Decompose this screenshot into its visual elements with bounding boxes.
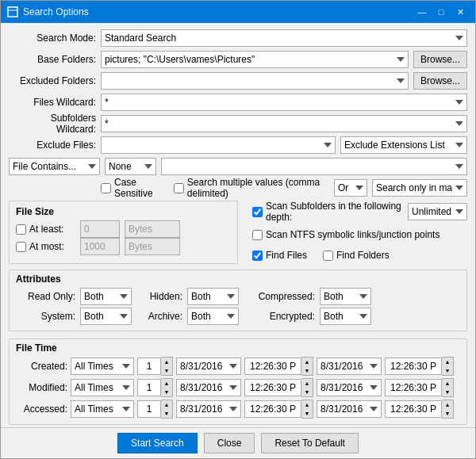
- accessed-time1-up-button[interactable]: ▲: [301, 400, 313, 409]
- created-time2-down-button[interactable]: ▼: [442, 366, 453, 375]
- created-time1-input[interactable]: [244, 358, 301, 375]
- case-sensitive-label-text: Case Sensitive: [114, 177, 163, 199]
- search-multiple-checkbox-label[interactable]: Search multiple values (comma delimited): [174, 177, 326, 199]
- files-wildcard-select[interactable]: *: [101, 94, 467, 111]
- base-folders-select[interactable]: pictures; "C:\Users\vames\Pictures": [101, 51, 409, 68]
- created-label: Created:: [16, 361, 67, 372]
- case-sensitive-row: Case Sensitive Search multiple values (c…: [9, 179, 467, 197]
- accessed-num-up-button[interactable]: ▲: [161, 400, 172, 409]
- created-num-input[interactable]: [137, 358, 161, 375]
- subfolders-wildcard-select[interactable]: *: [101, 115, 467, 132]
- close-button[interactable]: Close: [204, 433, 255, 453]
- none-select[interactable]: None: [105, 158, 156, 175]
- window-title: Search Options: [23, 6, 413, 17]
- find-files-label-text: Find Files: [266, 250, 307, 261]
- encrypted-select[interactable]: BothYesNo: [320, 308, 371, 325]
- created-num-down-button[interactable]: ▼: [161, 366, 172, 375]
- excluded-folders-browse-button[interactable]: Browse...: [413, 72, 467, 90]
- window-icon: [7, 6, 18, 17]
- modified-time-select[interactable]: All TimesTodayCustom: [71, 379, 134, 396]
- created-time2-input[interactable]: [385, 358, 442, 375]
- exclude-ext-list-select[interactable]: Exclude Extensions List: [340, 136, 467, 154]
- modified-num-input[interactable]: [137, 379, 161, 396]
- created-date2-select[interactable]: 8/31/2016: [317, 358, 382, 375]
- modified-time2-down-button[interactable]: ▼: [442, 388, 453, 396]
- accessed-time2-spinner: ▲ ▼: [385, 400, 454, 419]
- or-select[interactable]: Or And: [334, 179, 367, 197]
- scan-ntfs-checkbox[interactable]: [252, 230, 263, 240]
- hidden-select[interactable]: BothYesNo: [187, 288, 239, 305]
- at-least-label-text: At least:: [29, 224, 63, 235]
- find-folders-checkbox-label[interactable]: Find Folders: [323, 250, 390, 261]
- created-time-select[interactable]: All TimesTodayCustom: [71, 358, 134, 375]
- case-sensitive-checkbox[interactable]: [101, 183, 111, 193]
- at-most-input[interactable]: [80, 238, 120, 255]
- at-least-input[interactable]: [80, 220, 120, 238]
- accessed-time1-down-button[interactable]: ▼: [301, 409, 313, 418]
- maximize-button[interactable]: □: [432, 5, 450, 19]
- archive-select[interactable]: BothYesNo: [187, 308, 239, 325]
- modified-num-up-button[interactable]: ▲: [161, 379, 172, 388]
- search-mode-select[interactable]: Standard Search Regular Expression Fuzzy…: [101, 29, 467, 47]
- file-contains-select[interactable]: File Contains...: [9, 158, 100, 175]
- accessed-time2-up-button[interactable]: ▲: [442, 400, 453, 409]
- created-time1-down-button[interactable]: ▼: [301, 366, 313, 375]
- at-most-checkbox[interactable]: [16, 242, 26, 252]
- accessed-num-input[interactable]: [137, 400, 161, 418]
- minimize-button[interactable]: —: [413, 5, 431, 19]
- modified-time2-up-button[interactable]: ▲: [442, 379, 453, 388]
- created-time1-up-button[interactable]: ▲: [301, 358, 313, 366]
- base-folders-browse-button[interactable]: Browse...: [413, 51, 467, 68]
- search-options-window: Search Options — □ ✕ Search Mode: Standa…: [0, 0, 476, 459]
- at-most-checkbox-label[interactable]: At most:: [16, 241, 75, 252]
- reset-to-default-button[interactable]: Reset To Default: [261, 433, 359, 453]
- modified-date1-select[interactable]: 8/31/2016: [176, 379, 241, 396]
- accessed-time2-down-button[interactable]: ▼: [442, 409, 453, 418]
- modified-num-down-button[interactable]: ▼: [161, 388, 172, 396]
- scan-ntfs-checkbox-label[interactable]: Scan NTFS symbolic links/junction points: [252, 229, 440, 240]
- file-contains-text-select[interactable]: [161, 158, 467, 175]
- accessed-date2-select[interactable]: 8/31/2016: [317, 400, 382, 418]
- close-window-button[interactable]: ✕: [451, 5, 469, 19]
- hidden-label: Hidden:: [136, 291, 182, 302]
- accessed-time1-input[interactable]: [244, 400, 301, 418]
- modified-date2-select[interactable]: 8/31/2016: [317, 379, 382, 396]
- accessed-date1-select[interactable]: 8/31/2016: [176, 400, 241, 418]
- scan-subfolders-checkbox[interactable]: [252, 207, 263, 217]
- created-row: Created: All TimesTodayCustom ▲ ▼ 8/31/2…: [16, 357, 460, 376]
- accessed-num-down-button[interactable]: ▼: [161, 409, 172, 418]
- at-least-checkbox[interactable]: [16, 224, 26, 235]
- exclude-files-select[interactable]: [101, 136, 336, 154]
- created-time1-buttons: ▲ ▼: [301, 357, 313, 376]
- read-only-select[interactable]: BothYesNo: [80, 288, 132, 305]
- modified-time1-up-button[interactable]: ▲: [301, 379, 313, 388]
- start-search-button[interactable]: Start Search: [117, 433, 198, 453]
- excluded-folders-select[interactable]: [101, 72, 409, 90]
- modified-time2-input[interactable]: [385, 379, 442, 396]
- created-num-up-button[interactable]: ▲: [161, 358, 172, 366]
- accessed-num-spinner: ▲ ▼: [137, 400, 173, 419]
- modified-time1-input[interactable]: [244, 379, 301, 396]
- at-most-label-text: At most:: [29, 241, 64, 252]
- accessed-time-select[interactable]: All TimesTodayCustom: [71, 400, 134, 418]
- at-least-checkbox-label[interactable]: At least:: [16, 224, 75, 235]
- find-files-checkbox[interactable]: [252, 251, 263, 261]
- action-buttons-bar: Start Search Close Reset To Default: [1, 427, 475, 458]
- search-multiple-checkbox[interactable]: [174, 183, 184, 193]
- accessed-time2-buttons: ▲ ▼: [442, 400, 454, 419]
- file-contains-row: File Contains... None: [9, 158, 467, 175]
- at-most-unit-select[interactable]: Bytes KB MB: [125, 238, 180, 255]
- case-sensitive-checkbox-label[interactable]: Case Sensitive: [101, 177, 163, 199]
- search-major-select[interactable]: Search only in major stre...: [372, 179, 467, 197]
- compressed-select[interactable]: BothYesNo: [320, 288, 371, 305]
- scan-subfolders-checkbox-label[interactable]: Scan Subfolders in the following depth:: [252, 201, 403, 223]
- created-time2-up-button[interactable]: ▲: [442, 358, 453, 366]
- find-files-checkbox-label[interactable]: Find Files: [252, 250, 307, 261]
- modified-time1-down-button[interactable]: ▼: [301, 388, 313, 396]
- depth-select[interactable]: Unlimited 123: [408, 203, 467, 220]
- system-select[interactable]: BothYesNo: [80, 308, 132, 325]
- at-least-unit-select[interactable]: Bytes KB MB: [125, 220, 180, 238]
- created-date1-select[interactable]: 8/31/2016: [176, 358, 241, 375]
- accessed-time2-input[interactable]: [385, 400, 442, 418]
- find-folders-checkbox[interactable]: [323, 251, 333, 261]
